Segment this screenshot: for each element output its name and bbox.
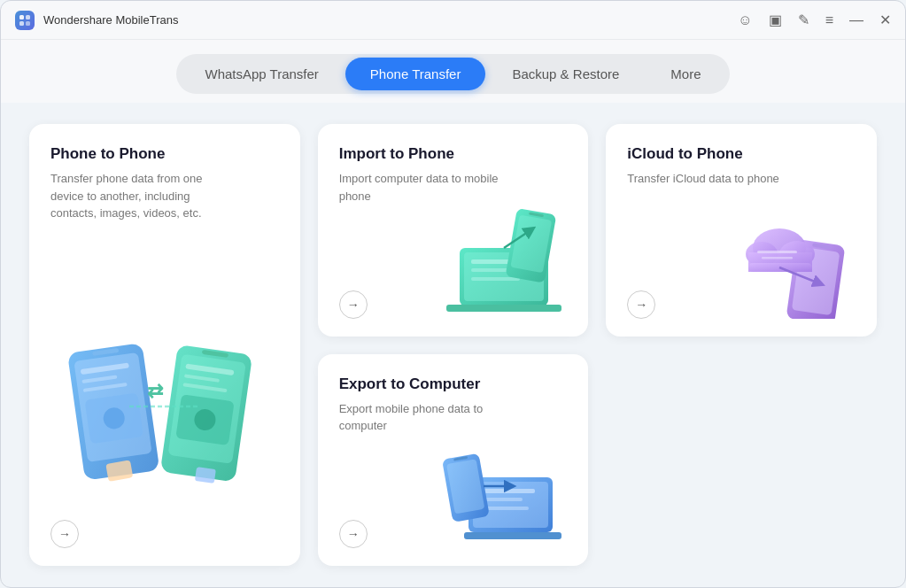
import-illustration xyxy=(438,204,579,328)
svg-rect-0 xyxy=(19,15,24,19)
card-phone-to-phone[interactable]: Phone to Phone Transfer phone data from … xyxy=(29,124,300,566)
window-controls: ☺ ▣ ✎ ≡ — ✕ xyxy=(738,13,891,27)
svg-rect-25 xyxy=(446,305,561,312)
card-icloud-to-phone[interactable]: iCloud to Phone Transfer iCloud data to … xyxy=(606,124,877,337)
svg-rect-45 xyxy=(480,489,535,493)
nav-bar: WhatsApp Transfer Phone Transfer Backup … xyxy=(1,40,905,103)
icloud-illustration xyxy=(735,204,868,328)
card-phone-to-phone-desc: Transfer phone data from one device to a… xyxy=(50,170,228,222)
app-title: Wondershare MobileTrans xyxy=(43,13,738,27)
close-icon[interactable]: ✕ xyxy=(879,13,891,27)
card-export-title: Export to Computer xyxy=(339,375,568,393)
nav-tabs: WhatsApp Transfer Phone Transfer Backup … xyxy=(176,54,729,94)
svg-rect-1 xyxy=(26,15,30,19)
card-phone-to-phone-title: Phone to Phone xyxy=(50,145,279,163)
edit-icon[interactable]: ✎ xyxy=(798,13,809,27)
window-icon[interactable]: ▣ xyxy=(769,13,782,27)
card-icloud-desc: Transfer iCloud data to phone xyxy=(627,170,804,188)
main-content: Phone to Phone Transfer phone data from … xyxy=(1,103,905,587)
card-import-desc: Import computer data to mobile phone xyxy=(339,170,516,205)
svg-rect-2 xyxy=(19,21,24,26)
svg-rect-3 xyxy=(26,21,30,26)
svg-rect-28 xyxy=(471,277,520,281)
card-export-arrow[interactable]: → xyxy=(339,520,368,548)
card-icloud-title: iCloud to Phone xyxy=(627,145,856,163)
titlebar: Wondershare MobileTrans ☺ ▣ ✎ ≡ — ✕ xyxy=(1,1,905,40)
minimize-icon[interactable]: — xyxy=(849,13,863,27)
card-export-desc: Export mobile phone data to computer xyxy=(339,400,516,435)
svg-rect-22 xyxy=(195,467,216,484)
svg-text:⇄: ⇄ xyxy=(147,380,164,402)
tab-backup-restore[interactable]: Backup & Restore xyxy=(487,58,644,90)
menu-icon[interactable]: ≡ xyxy=(825,13,833,27)
export-illustration xyxy=(438,433,579,557)
phone-to-phone-illustration: ⇄ xyxy=(47,318,283,513)
card-icloud-arrow[interactable]: → xyxy=(627,290,655,319)
tab-whatsapp-transfer[interactable]: WhatsApp Transfer xyxy=(180,58,343,90)
svg-rect-41 xyxy=(762,257,793,259)
svg-rect-40 xyxy=(757,251,797,253)
card-import-to-phone[interactable]: Import to Phone Import computer data to … xyxy=(318,124,589,337)
card-phone-to-phone-arrow[interactable]: → xyxy=(50,520,79,548)
svg-rect-44 xyxy=(464,532,561,539)
profile-icon[interactable]: ☺ xyxy=(738,13,752,27)
card-import-title: Import to Phone xyxy=(339,145,568,163)
tab-more[interactable]: More xyxy=(646,58,725,90)
card-import-arrow[interactable]: → xyxy=(339,290,368,319)
app-logo xyxy=(15,11,35,30)
tab-phone-transfer[interactable]: Phone Transfer xyxy=(345,58,486,90)
card-export-to-computer[interactable]: Export to Computer Export mobile phone d… xyxy=(318,354,589,567)
